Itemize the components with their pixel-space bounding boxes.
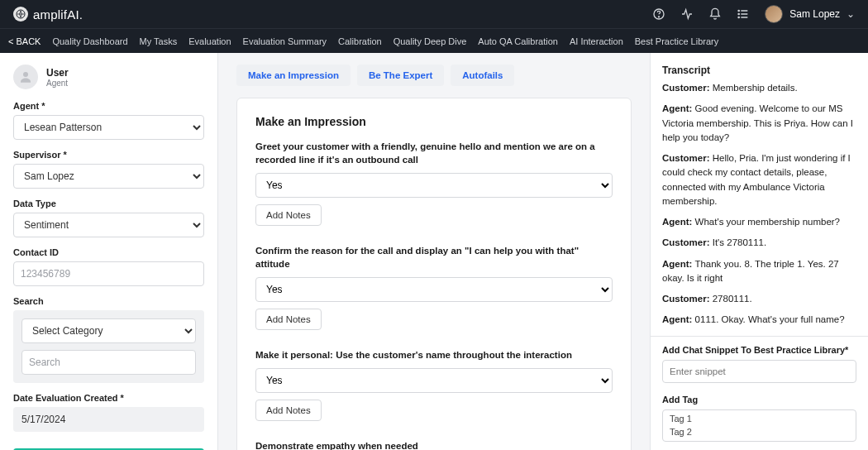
activity-icon[interactable] [680,7,694,21]
search-category-select[interactable]: Select Category [21,318,196,343]
datatype-field: Data Type Sentiment [13,199,204,237]
supervisor-label: Supervisor * [13,150,204,160]
question-2-add-notes[interactable]: Add Notes [255,309,322,330]
question-3-text: Make it personal: Use the customer's nam… [255,348,613,361]
transcript-body[interactable]: Customer: Membership details.Agent: Good… [651,81,868,336]
transcript-line[interactable]: Agent: Thank you. 8. The triple 1. Yes. … [662,257,856,286]
transcript-line[interactable]: Agent: 0111. Okay. What's your full name… [662,313,856,327]
tag-option-1[interactable]: Tag 1 [670,413,849,425]
nav-ai-interaction[interactable]: AI Interaction [570,36,623,46]
transcript-line[interactable]: Customer: Membership details. [662,81,856,95]
transcript-line[interactable]: Customer: It's 2780111. [662,236,856,250]
navbar: < BACK Quality Dashboard My Tasks Evalua… [0,28,868,53]
nav-my-tasks[interactable]: My Tasks [140,36,178,46]
svg-point-5 [738,17,739,17]
question-1-add-notes[interactable]: Add Notes [255,204,322,226]
question-1-text: Greet your customer with a friendly, gen… [255,140,613,166]
question-1-answer[interactable]: Yes [255,173,613,198]
main-shell: User Agent Agent * Lesean Patterson Supe… [0,53,868,450]
user-role-label: Agent [46,79,69,88]
question-2-answer[interactable]: Yes [255,277,613,302]
transcript-speaker: Customer: [662,237,710,247]
question-2-text: Confirm the reason for the call and disp… [255,244,613,270]
user-name-label: User [46,67,69,79]
transcript-text: It's 2780111. [710,237,767,247]
nav-quality-deep-dive[interactable]: Quality Deep Dive [393,36,467,46]
datatype-select[interactable]: Sentiment [13,213,204,237]
user-menu[interactable]: Sam Lopez ⌄ [765,5,855,23]
contactid-field: Contact ID [13,247,204,286]
svg-point-3 [738,10,739,11]
date-label: Date Evaluation Created * [13,393,204,403]
question-1: Greet your customer with a friendly, gen… [255,140,613,226]
agent-field: Agent * Lesean Patterson [13,101,204,140]
topbar: amplifAI. Sam Lopez ⌄ [0,0,868,28]
avatar [765,5,783,23]
mid-panel: Make an Impression Be The Expert Autofai… [218,53,650,450]
transcript-speaker: Customer: [662,83,710,93]
list-icon[interactable] [737,7,750,21]
transcript-text: 0111. Okay. What's your full name? [692,314,844,324]
nav-evaluation[interactable]: Evaluation [188,36,231,46]
transcript-text: Membership details. [710,83,798,93]
brand-text: amplifAI. [33,7,83,22]
tag-list[interactable]: Tag 1 Tag 2 [662,409,856,442]
snippet-section: Add Chat Snippet To Best Practice Librar… [651,336,868,391]
tab-autofails[interactable]: Autofails [451,65,514,86]
transcript-speaker: Agent: [662,314,692,324]
card-title: Make an Impression [255,115,613,128]
supervisor-select[interactable]: Sam Lopez [13,164,204,189]
brand-block: amplifAI. [13,7,83,22]
tag-option-2[interactable]: Tag 2 [670,426,849,438]
transcript-text: 2780111. [710,294,752,304]
transcript-text: What's your membership number? [692,217,840,227]
search-label: Search [13,296,204,306]
transcript-line[interactable]: Agent: Good evening. Welcome to our MS V… [662,102,856,145]
search-field: Search Select Category [13,296,204,383]
nav-back[interactable]: < BACK [8,36,41,46]
eval-tabs: Make an Impression Be The Expert Autofai… [236,65,632,86]
chevron-down-icon: ⌄ [847,8,855,20]
transcript-line[interactable]: Customer: 2780111. [662,292,856,306]
search-box: Select Category [13,310,204,383]
question-3-answer[interactable]: Yes [255,368,613,393]
search-input[interactable] [21,350,196,375]
tab-be-the-expert[interactable]: Be The Expert [357,65,444,86]
tag-label: Add Tag [662,395,856,405]
user-avatar-placeholder [13,65,38,89]
left-panel: User Agent Agent * Lesean Patterson Supe… [0,53,218,450]
transcript-title: Transcript [651,53,868,81]
nav-evaluation-summary[interactable]: Evaluation Summary [243,36,327,46]
user-block: User Agent [13,65,204,89]
datatype-label: Data Type [13,199,204,208]
nav-best-practice-library[interactable]: Best Practice Library [635,36,718,46]
transcript-speaker: Agent: [662,103,692,113]
bell-icon[interactable] [708,7,722,21]
question-3-add-notes[interactable]: Add Notes [255,400,322,421]
date-field: Date Evaluation Created * 5/17/2024 [13,393,204,432]
contactid-input[interactable] [13,261,204,286]
supervisor-field: Supervisor * Sam Lopez [13,150,204,189]
help-icon[interactable] [652,7,665,21]
transcript-line[interactable]: Customer: Hello, Pria. I'm just wonderin… [662,151,856,208]
user-name: Sam Lopez [789,8,840,20]
transcript-line[interactable]: Agent: What's your membership number? [662,215,856,229]
nav-quality-dashboard[interactable]: Quality Dashboard [52,36,127,46]
topbar-actions: Sam Lopez ⌄ [652,5,855,23]
snippet-label: Add Chat Snippet To Best Practice Librar… [662,345,856,355]
question-4: Demonstrate empathy when needed [255,439,613,450]
snippet-input[interactable] [662,360,856,383]
transcript-speaker: Agent: [662,217,692,227]
tab-make-an-impression[interactable]: Make an Impression [236,65,351,86]
agent-select[interactable]: Lesean Patterson [13,115,204,140]
nav-auto-qa-calibration[interactable]: Auto QA Calibration [478,36,558,46]
question-4-text: Demonstrate empathy when needed [255,439,613,450]
contactid-label: Contact ID [13,247,204,257]
svg-point-2 [659,17,660,17]
nav-calibration[interactable]: Calibration [338,36,382,46]
date-display[interactable]: 5/17/2024 [13,407,204,432]
eval-card: Make an Impression Greet your customer w… [236,98,632,450]
transcript-speaker: Agent: [662,259,692,269]
svg-point-6 [23,72,28,77]
brand-logo-icon [13,7,28,22]
